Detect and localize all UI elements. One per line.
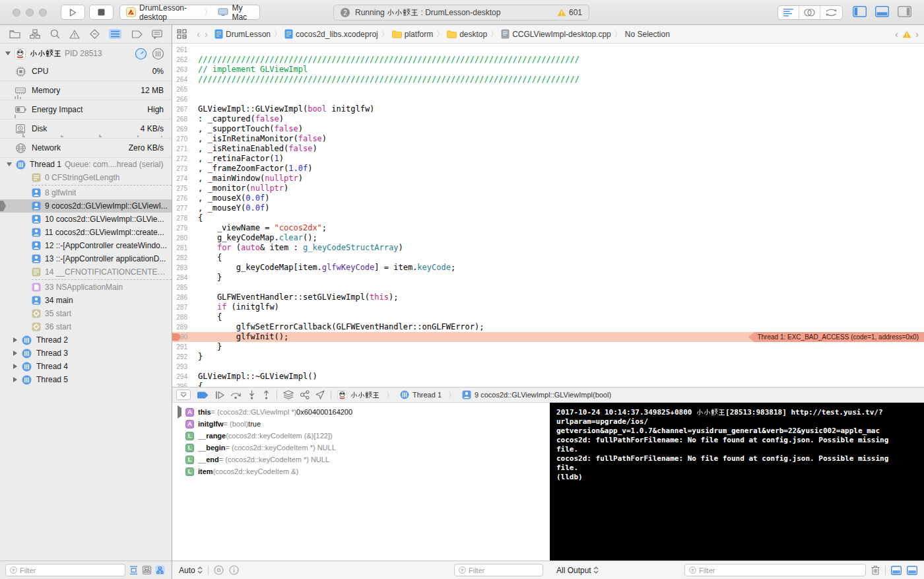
variable-row[interactable]: Ainitglfw = (bool) true xyxy=(172,418,550,430)
source-control-navigator-icon[interactable] xyxy=(30,29,40,39)
variable-row[interactable]: L__begin = (cocos2d::keyCodeItem *) NULL xyxy=(172,442,550,454)
toggle-debug-area-button[interactable] xyxy=(875,6,889,17)
console-filter-input[interactable]: Filter xyxy=(684,564,866,576)
jumpbar-item[interactable]: platform xyxy=(392,30,433,39)
code-line[interactable]: 274, _mainWindow(nullptr) xyxy=(172,174,924,184)
code-line[interactable]: 282 { xyxy=(172,253,924,263)
thread-row-2[interactable]: Thread 2 xyxy=(0,333,172,347)
code-line[interactable]: 294GLViewImpl::~GLViewImpl() xyxy=(172,372,924,382)
step-into-icon[interactable] xyxy=(248,390,256,399)
console-output[interactable]: 2017-10-24 10:14:37.349825+0800 [28513:9… xyxy=(550,403,924,561)
debug-navigator-icon[interactable] xyxy=(109,29,121,39)
gauge-disk[interactable]: Disk4 KB/s xyxy=(0,119,172,139)
stack-frame-row[interactable]: 35 start xyxy=(0,307,172,320)
code-line[interactable]: 291 } xyxy=(172,342,924,352)
code-line[interactable]: 285 xyxy=(172,283,924,292)
disclosure-triangle[interactable] xyxy=(7,162,12,166)
symbol-navigator-icon[interactable] xyxy=(50,29,60,39)
gauge-network[interactable]: NetworkZero KB/s xyxy=(0,139,172,158)
disclosure-triangle[interactable] xyxy=(178,408,185,416)
code-line[interactable]: 277, _mouseY(0.0f) xyxy=(172,203,924,213)
toggle-inspector-button[interactable] xyxy=(898,6,911,17)
code-line[interactable]: 283 g_keyCodeMap[item.glfwKeyCode] = ite… xyxy=(172,263,924,273)
variable-row[interactable]: Athis = (cocos2d::GLViewImpl *) 0x604000… xyxy=(172,406,550,418)
stack-frame-row[interactable]: 12 ::-[AppController createWindo... xyxy=(0,239,172,252)
code-line[interactable]: 262/////////////////////////////////////… xyxy=(172,55,924,65)
code-line[interactable]: 271, _isRetinaEnabled(false) xyxy=(172,144,924,154)
gauge-cpu[interactable]: CPU0% xyxy=(0,62,172,81)
view-process-by-thread-icon[interactable] xyxy=(152,48,164,59)
run-button[interactable] xyxy=(61,5,85,20)
stop-button[interactable] xyxy=(89,5,114,20)
code-line[interactable]: 275, _monitor(nullptr) xyxy=(172,184,924,193)
zoom-window-button[interactable] xyxy=(39,9,47,17)
disclosure-triangle[interactable] xyxy=(13,377,17,382)
disclosure-triangle[interactable] xyxy=(13,364,17,369)
process-row[interactable]: PID 28513 xyxy=(0,44,172,62)
variables-filter-input[interactable]: Filter xyxy=(454,564,543,576)
code-line[interactable]: 276, _mouseX(0.0f) xyxy=(172,193,924,203)
stack-frame-row[interactable]: 14 __CFNOTIFICATIONCENTER_I... xyxy=(0,265,172,279)
code-line[interactable]: 266 xyxy=(172,94,924,104)
issues-summary[interactable]: 601 xyxy=(557,8,589,17)
thread-row-1[interactable]: Thread 1Queue: com....hread (serial) xyxy=(0,158,172,171)
activity-viewer[interactable]: 2 Running : DrumLesson-desktop 601 xyxy=(333,5,589,20)
code-line[interactable]: 264/////////////////////////////////////… xyxy=(172,75,924,85)
profile-in-instruments-icon[interactable] xyxy=(135,48,147,59)
memory-browser-icon[interactable] xyxy=(214,565,224,575)
variables-scope-popup[interactable]: Auto xyxy=(179,566,203,575)
jumpbar-item[interactable]: cocos2d_libs.xcodeproj xyxy=(284,29,378,39)
disclosure-triangle[interactable] xyxy=(13,337,17,343)
jumpbar-item[interactable]: DrumLesson xyxy=(214,29,271,39)
stack-frame-row[interactable]: 13 ::-[AppController applicationD... xyxy=(0,252,172,265)
stack-frame-row[interactable]: 36 start xyxy=(0,320,172,333)
jumpbar-item[interactable]: No Selection xyxy=(625,30,670,39)
toggle-navigator-button[interactable] xyxy=(853,6,867,17)
toggle-variables-view-icon[interactable] xyxy=(891,566,902,575)
toggle-console-view-icon[interactable] xyxy=(907,566,917,575)
crumb-frame[interactable]: 9 cocos2d::GLViewImpl::GLViewImpl(bool) xyxy=(475,391,611,399)
simulate-location-icon[interactable] xyxy=(315,390,325,399)
memory-graph-icon[interactable] xyxy=(300,390,310,399)
flatten-view-icon[interactable] xyxy=(129,565,139,575)
code-line[interactable]: 286 GLFWEventHandler::setGLViewImpl(this… xyxy=(172,292,924,302)
jumpbar-forward-icon[interactable]: › xyxy=(205,28,208,40)
code-line[interactable]: 263// implement GLViewImpl xyxy=(172,65,924,75)
code-line[interactable]: 292} xyxy=(172,352,924,362)
variable-row[interactable]: L__end = (cocos2d::keyCodeItem *) NULL xyxy=(172,454,550,465)
version-editor-button[interactable] xyxy=(820,6,842,19)
gauge-memory[interactable]: Memory12 MB xyxy=(0,81,172,100)
console-scope-popup[interactable]: All Output xyxy=(556,566,599,575)
clear-console-icon[interactable] xyxy=(871,565,880,575)
code-line[interactable]: 287 if (initglfw) xyxy=(172,302,924,312)
code-line[interactable]: 261 xyxy=(172,45,924,55)
continue-button-icon[interactable] xyxy=(215,391,224,399)
project-navigator-icon[interactable] xyxy=(9,30,20,39)
code-line[interactable]: 279 _viewName = "cocos2dx"; xyxy=(172,223,924,233)
disclosure-triangle[interactable] xyxy=(13,351,17,356)
step-out-icon[interactable] xyxy=(262,390,271,399)
thread-row-3[interactable]: Thread 3 xyxy=(0,347,172,360)
app-icon[interactable] xyxy=(337,390,347,400)
stack-frame-row[interactable]: 11 cocos2d::GLViewImpl::create... xyxy=(0,226,172,239)
stack-frame-row[interactable]: 0 CFStringGetLength xyxy=(0,171,172,184)
variable-row[interactable]: Litem (cocos2d::keyCodeItem &) xyxy=(172,465,550,477)
close-window-button[interactable] xyxy=(13,9,20,17)
breakpoints-toggle-icon[interactable] xyxy=(197,391,209,399)
next-issue-icon[interactable]: › xyxy=(915,28,919,40)
view-by-queue-icon[interactable] xyxy=(142,565,152,575)
jumpbar-back-icon[interactable]: ‹ xyxy=(197,28,200,40)
standard-editor-button[interactable] xyxy=(778,6,799,19)
variable-row[interactable]: L__range (cocos2d::keyCodeItem (&)[122]) xyxy=(172,430,550,442)
hide-debug-area-button[interactable] xyxy=(176,390,191,400)
thread-row-5[interactable]: Thread 5 xyxy=(0,373,172,386)
code-line[interactable]: 281 for (auto& item : g_keyCodeStructArr… xyxy=(172,243,924,253)
source-editor[interactable]: 261262//////////////////////////////////… xyxy=(172,44,924,387)
minimize-window-button[interactable] xyxy=(26,9,34,17)
debug-view-hierarchy-icon[interactable] xyxy=(283,390,294,399)
crumb-app[interactable] xyxy=(350,391,380,399)
assistant-editor-button[interactable] xyxy=(799,6,820,19)
report-navigator-icon[interactable] xyxy=(152,30,162,39)
stack-frame-row[interactable]: 34 main xyxy=(0,294,172,307)
jumpbar-item[interactable]: CCGLViewImpl-desktop.cpp xyxy=(501,29,611,39)
